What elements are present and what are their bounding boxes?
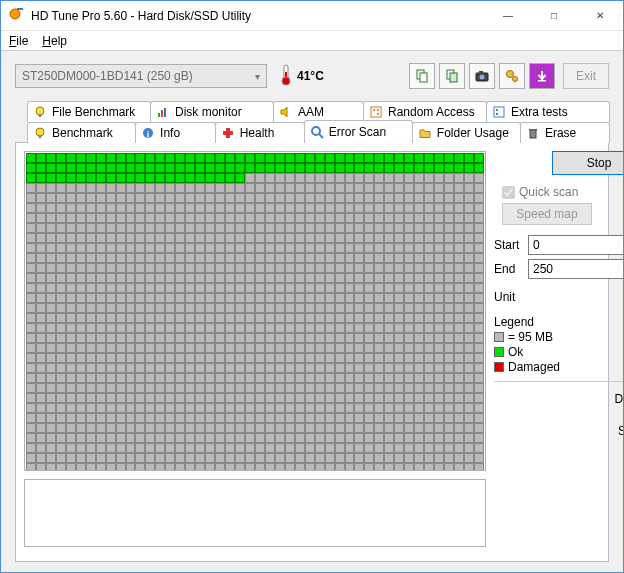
copy-results-button[interactable] (439, 63, 465, 89)
exit-button[interactable]: Exit (563, 63, 609, 89)
thermometer-icon (279, 64, 293, 89)
svg-rect-35 (530, 130, 536, 138)
tab-erase[interactable]: Erase (520, 122, 610, 143)
error-scan-panel: Stop Quick scan Speed map Start ▲▼ End (15, 142, 609, 562)
svg-rect-14 (538, 80, 546, 82)
tab-health[interactable]: Health (215, 122, 305, 143)
start-input[interactable] (528, 235, 624, 255)
chart-icon (155, 104, 171, 120)
window-title: HD Tune Pro 5.60 - Hard Disk/SSD Utility (31, 9, 485, 23)
legend-title: Legend (494, 315, 624, 329)
svg-rect-17 (158, 113, 160, 117)
svg-rect-10 (479, 71, 483, 74)
svg-rect-36 (529, 129, 537, 131)
svg-rect-25 (496, 109, 498, 111)
svg-rect-1 (17, 8, 23, 10)
svg-rect-19 (164, 108, 166, 117)
position-label: Position (494, 456, 624, 470)
end-label: End (494, 262, 528, 276)
close-button[interactable]: ✕ (577, 1, 623, 30)
svg-point-12 (507, 71, 514, 78)
end-spinner[interactable]: ▲▼ (528, 259, 624, 279)
tab-extra-tests[interactable]: Extra tests (486, 101, 610, 122)
svg-rect-32 (223, 131, 233, 135)
elapsed-time-value: 0:03 (494, 502, 624, 516)
log-box (24, 479, 486, 547)
tab-info[interactable]: i Info (135, 122, 216, 143)
tab-folder-usage[interactable]: Folder Usage (412, 122, 521, 143)
menu-help[interactable]: Help (42, 34, 67, 48)
tab-aam[interactable]: AAM (273, 101, 364, 122)
svg-line-34 (319, 134, 323, 138)
damaged-blocks-label: Damaged blocks (494, 392, 624, 406)
svg-point-33 (312, 127, 320, 135)
temperature-value: 41°C (297, 69, 324, 83)
drive-select[interactable]: ST250DM000-1BD141 (250 gB) (15, 64, 267, 88)
maximize-button[interactable]: □ (531, 1, 577, 30)
settings-button[interactable] (499, 63, 525, 89)
svg-rect-28 (39, 135, 42, 138)
search-icon (309, 124, 325, 140)
tab-random-access[interactable]: Random Access (363, 101, 487, 122)
tests-icon (491, 104, 507, 120)
legend-block-label: = 95 MB (508, 330, 553, 344)
legend-ok-label: Ok (508, 345, 523, 359)
tab-label: Info (160, 126, 180, 140)
svg-point-15 (36, 107, 44, 115)
svg-point-21 (373, 109, 375, 111)
quick-scan-checkbox: Quick scan (502, 185, 624, 199)
end-input[interactable] (528, 259, 624, 279)
svg-rect-8 (450, 73, 457, 82)
svg-point-13 (513, 77, 518, 82)
menubar: File Help (1, 31, 623, 51)
app-icon (9, 6, 25, 25)
temperature-display: 41°C (279, 64, 324, 89)
screenshot-button[interactable] (469, 63, 495, 89)
menu-file[interactable]: File (9, 34, 28, 48)
svg-point-0 (10, 9, 20, 19)
tab-label: Erase (545, 126, 576, 140)
scanning-speed-value: n/a (494, 438, 624, 452)
side-panel: Stop Quick scan Speed map Start ▲▼ End (494, 151, 624, 553)
tab-label: Error Scan (329, 125, 386, 139)
save-button[interactable] (529, 63, 555, 89)
tab-disk-monitor[interactable]: Disk monitor (150, 101, 274, 122)
legend-damaged-icon (494, 362, 504, 372)
copy-info-button[interactable] (409, 63, 435, 89)
unit-label: Unit (494, 290, 528, 304)
svg-point-22 (377, 113, 379, 115)
info-icon: i (140, 125, 156, 141)
tool-buttons (409, 63, 555, 89)
tab-file-benchmark[interactable]: File Benchmark (27, 101, 151, 122)
tab-label: Folder Usage (437, 126, 509, 140)
svg-rect-6 (420, 73, 427, 82)
svg-point-11 (480, 75, 485, 80)
tab-error-scan[interactable]: Error Scan (304, 120, 413, 143)
exit-button-label: Exit (576, 69, 596, 83)
tabs: File Benchmark Disk monitor AAM Random A… (15, 101, 609, 143)
stop-button[interactable]: Stop (552, 151, 624, 175)
bulb-icon (32, 125, 48, 141)
svg-rect-18 (161, 110, 163, 117)
svg-point-4 (282, 77, 290, 85)
stop-button-label: Stop (587, 156, 612, 170)
speed-map-label: Speed map (516, 207, 577, 221)
tab-label: Disk monitor (175, 105, 242, 119)
tab-benchmark[interactable]: Benchmark (27, 122, 136, 143)
svg-rect-24 (494, 107, 504, 117)
tab-label: Random Access (388, 105, 475, 119)
start-spinner[interactable]: ▲▼ (528, 235, 624, 255)
toolbar: ST250DM000-1BD141 (250 gB) 41°C (15, 61, 609, 91)
legend-damaged-label: Damaged (508, 360, 560, 374)
window-buttons: — □ ✕ (485, 1, 623, 30)
titlebar: HD Tune Pro 5.60 - Hard Disk/SSD Utility… (1, 1, 623, 31)
drive-select-label: ST250DM000-1BD141 (250 gB) (22, 69, 193, 83)
bulb-icon (32, 104, 48, 120)
trash-icon (525, 125, 541, 141)
position-value: 19 gB (494, 470, 624, 484)
legend: Legend = 95 MB Ok Damaged (494, 315, 624, 375)
svg-point-23 (377, 109, 379, 111)
tab-label: Extra tests (511, 105, 568, 119)
minimize-button[interactable]: — (485, 1, 531, 30)
block-grid (24, 151, 486, 471)
